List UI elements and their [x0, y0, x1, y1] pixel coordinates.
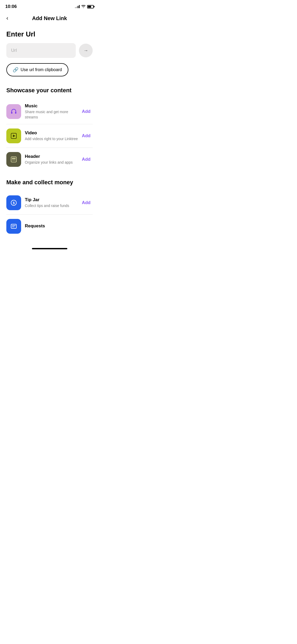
home-indicator-area: [0, 243, 99, 256]
showcase-section: Showcase your content Music Share music …: [6, 87, 93, 171]
money-title: Make and collect money: [6, 179, 93, 186]
requests-icon-bg: [6, 219, 21, 234]
page-title: Add New Link: [32, 15, 67, 21]
list-item: Video Add videos right to your Linktree …: [6, 124, 93, 148]
url-section: Enter Url → 🔗 Use url from clipboard: [6, 30, 93, 76]
battery-icon: [87, 5, 94, 8]
tipjar-add-button[interactable]: Add: [80, 199, 93, 206]
music-info: Music Share music and get more streams: [25, 103, 80, 120]
header-desc: Organize your links and apps: [25, 160, 80, 165]
requests-info: Requests: [25, 223, 93, 229]
svg-text:$: $: [13, 201, 15, 205]
status-icons: [75, 5, 94, 8]
nav-bar: ‹ Add New Link: [0, 12, 99, 25]
status-time: 10:06: [5, 4, 17, 9]
list-item: $ Tip Jar Collect tips and raise funds A…: [6, 191, 93, 215]
header-add-button[interactable]: Add: [80, 156, 93, 163]
wifi-icon: [81, 5, 86, 8]
video-title: Video: [25, 130, 80, 136]
list-item: Header Organize your links and apps Add: [6, 148, 93, 171]
header-layout-icon: [10, 156, 17, 163]
svg-rect-5: [12, 158, 16, 159]
tipjar-info: Tip Jar Collect tips and raise funds: [25, 197, 80, 209]
svg-rect-6: [12, 160, 16, 160]
svg-rect-4: [11, 157, 16, 162]
video-icon-bg: [6, 128, 21, 143]
music-title: Music: [25, 103, 80, 109]
requests-icon: [10, 223, 17, 230]
tipjar-dollar-icon: $: [10, 199, 17, 206]
tipjar-title: Tip Jar: [25, 197, 80, 203]
header-icon-bg: [6, 152, 21, 167]
home-indicator: [32, 248, 67, 249]
video-desc: Add videos right to your Linktree: [25, 136, 80, 142]
url-go-button[interactable]: →: [79, 44, 93, 57]
arrow-right-icon: →: [83, 48, 88, 53]
back-button[interactable]: ‹: [5, 14, 9, 22]
headphones-icon: [10, 108, 17, 115]
url-row: →: [6, 43, 93, 58]
svg-rect-9: [11, 224, 16, 228]
music-icon-bg: [6, 104, 21, 119]
clipboard-button[interactable]: 🔗 Use url from clipboard: [6, 63, 68, 76]
status-bar: 10:06: [0, 0, 99, 12]
money-section: Make and collect money $ Tip Jar Collect…: [6, 179, 93, 238]
svg-marker-3: [13, 135, 15, 137]
video-play-icon: [10, 132, 17, 140]
requests-title: Requests: [25, 223, 93, 229]
tipjar-icon-bg: $: [6, 195, 21, 210]
main-content: Enter Url → 🔗 Use url from clipboard Sho…: [0, 25, 99, 238]
header-title: Header: [25, 154, 80, 159]
music-add-button[interactable]: Add: [80, 108, 93, 115]
tipjar-desc: Collect tips and raise funds: [25, 203, 80, 209]
header-info: Header Organize your links and apps: [25, 154, 80, 165]
url-input[interactable]: [6, 43, 76, 58]
music-desc: Share music and get more streams: [25, 109, 80, 120]
svg-rect-1: [15, 112, 16, 114]
clipboard-button-label: Use url from clipboard: [21, 67, 62, 72]
svg-rect-0: [11, 112, 12, 114]
video-add-button[interactable]: Add: [80, 132, 93, 140]
list-item: Music Share music and get more streams A…: [6, 99, 93, 124]
showcase-title: Showcase your content: [6, 87, 93, 94]
video-info: Video Add videos right to your Linktree: [25, 130, 80, 142]
signal-icon: [75, 5, 80, 8]
link-icon: 🔗: [13, 67, 18, 73]
list-item: Requests: [6, 215, 93, 238]
url-section-label: Enter Url: [6, 30, 93, 38]
